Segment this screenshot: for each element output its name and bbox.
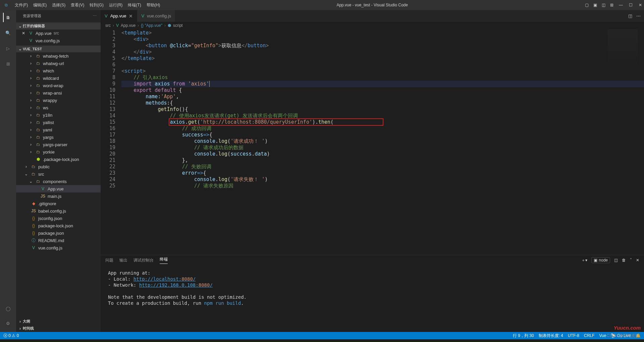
code-line[interactable]: <template> (121, 30, 644, 36)
panel-tab-output[interactable]: 输出 (119, 258, 127, 263)
tree-folder[interactable]: ›🗀wildcard (16, 74, 101, 82)
layout-grid-icon[interactable]: ⊞ (610, 3, 613, 7)
search-icon[interactable]: 🔍 (3, 28, 13, 38)
code-line[interactable]: </template> (121, 55, 644, 62)
code-editor[interactable]: 1234567891011121314151617181920212223242… (101, 29, 644, 255)
run-debug-icon[interactable]: ▷ (3, 44, 13, 53)
tree-folder[interactable]: ›🗀yaml (16, 126, 101, 133)
more-icon[interactable]: ⋯ (93, 14, 97, 18)
minimap[interactable] (608, 29, 638, 69)
tab-app-vue[interactable]: V App.vue ✕ (101, 10, 137, 22)
code-line[interactable]: error=>{ (121, 170, 644, 176)
menu-file[interactable]: 文件(F) (12, 2, 31, 8)
code-line[interactable]: // 成功回调 (121, 125, 644, 132)
code-line[interactable] (121, 62, 644, 68)
menu-view[interactable]: 查看(V) (68, 2, 87, 8)
status-indent[interactable]: 制表符长度: 4 (539, 333, 563, 339)
menu-go[interactable]: 转到(G) (87, 2, 106, 8)
code-line[interactable]: import axios from 'axios' (121, 81, 644, 87)
accounts-icon[interactable]: ◯ (3, 304, 13, 313)
tree-folder[interactable]: ›🗀whatwg-url (16, 60, 101, 67)
menu-edit[interactable]: 编辑(E) (31, 2, 49, 8)
menu-terminal[interactable]: 终端(T) (125, 2, 144, 8)
status-encoding[interactable]: UTF-8 (568, 333, 579, 338)
tree-file[interactable]: VApp.vue (16, 185, 101, 192)
open-editors-header[interactable]: ⌄ 打开的编辑器 (16, 22, 101, 30)
tree-file[interactable]: {}jsconfig.json (16, 215, 101, 222)
tree-folder[interactable]: ›🗀y18n (16, 111, 101, 119)
tree-folder[interactable]: ›🗀ws (16, 104, 101, 111)
panel-tab-problems[interactable]: 问题 (105, 258, 113, 263)
menu-selection[interactable]: 选择(S) (49, 2, 68, 8)
code-line[interactable]: // 请求失败原因 (121, 183, 644, 189)
new-terminal-icon[interactable]: ＋▾ (581, 258, 587, 263)
tree-file[interactable]: JSmain.js (16, 192, 101, 200)
tree-folder[interactable]: ›🗀yorkie (16, 148, 101, 156)
code-line[interactable]: console.log('请求成功！ ') (121, 138, 644, 145)
maximize-panel-icon[interactable]: ˄ (630, 258, 632, 263)
open-editor-item[interactable]: ✕VApp.vue src (16, 30, 101, 37)
panel-bottom-icon[interactable]: ▣ (593, 3, 597, 7)
panel-right-icon[interactable]: ◫ (602, 3, 605, 7)
code-line[interactable]: export default { (121, 87, 644, 94)
minimize-button[interactable]: — (619, 3, 623, 7)
more-icon[interactable]: ⋯ (636, 13, 641, 18)
breadcrumbs[interactable]: src› VApp.vue› {} "App.vue"› ⬢script (101, 22, 644, 29)
tree-file[interactable]: ⓘREADME.md (16, 237, 101, 244)
tree-folder[interactable]: ⌄🗀components (16, 178, 101, 185)
outline-header[interactable]: ›大纲 (16, 318, 101, 325)
project-header[interactable]: ⌄ VUE_TEST (16, 46, 101, 52)
status-eol[interactable]: CRLF (584, 333, 594, 338)
tree-folder[interactable]: ›🗀word-wrap (16, 82, 101, 89)
tree-file[interactable]: ⬢.package-lock.json (16, 156, 101, 163)
split-terminal-icon[interactable]: ◫ (614, 258, 618, 263)
code-line[interactable]: // 请求成功后的数据 (121, 145, 644, 151)
code-line[interactable]: <div> (121, 36, 644, 43)
code-line[interactable]: // 引入axios (121, 74, 644, 81)
tree-file[interactable]: {}package-lock.json (16, 222, 101, 229)
code-line[interactable]: name:'App', (121, 94, 644, 100)
tree-folder[interactable]: ›🗀yallist (16, 119, 101, 126)
close-button[interactable]: ✕ (639, 3, 642, 7)
status-language[interactable]: Vue (599, 333, 606, 338)
code-line[interactable]: <button @click="getInfo">获取信息</button> (121, 43, 644, 49)
status-errors[interactable]: ⓧ 0 ⚠ 0 (3, 333, 19, 339)
extensions-icon[interactable]: ⊞ (3, 59, 13, 68)
open-editor-item[interactable]: Vvue.config.js (16, 37, 101, 44)
tree-folder[interactable]: ›🗀whatwg-fetch (16, 52, 101, 60)
code-line[interactable]: console.log('请求失败！ ') (121, 176, 644, 183)
kill-terminal-icon[interactable]: 🗑 (622, 258, 626, 263)
panel-tab-debug[interactable]: 调试控制台 (133, 258, 154, 263)
menu-run[interactable]: 运行(R) (106, 2, 125, 8)
menu-help[interactable]: 帮助(H) (144, 2, 163, 8)
code-line[interactable]: success=>{ (121, 132, 644, 138)
settings-icon[interactable]: ⚙ (3, 319, 13, 328)
code-line[interactable]: }, (121, 157, 644, 164)
terminal-output[interactable]: App running at: - Local: http://localhos… (101, 265, 644, 332)
tab-vue-config[interactable]: V vue.config.js (137, 10, 175, 22)
maximize-button[interactable]: ☐ (629, 3, 633, 7)
code-line[interactable]: getInfo(){ (121, 106, 644, 113)
tree-folder[interactable]: ›🗀yargs (16, 133, 101, 141)
status-bell-icon[interactable]: 🔔 (636, 333, 641, 338)
tree-folder[interactable]: ⌄🗀src (16, 170, 101, 178)
terminal-select[interactable]: ▣node (591, 257, 610, 263)
tree-file[interactable]: Vvue.config.js (16, 244, 101, 251)
code-line[interactable]: // 失败回调 (121, 164, 644, 170)
tree-folder[interactable]: ›🗀wrap-ansi (16, 89, 101, 97)
tree-folder[interactable]: ›🗀which (16, 67, 101, 74)
status-cursor[interactable]: 行 9，列 30 (513, 333, 534, 339)
code-line[interactable]: <script> (121, 68, 644, 74)
panel-left-icon[interactable]: ▢ (585, 3, 589, 7)
tree-folder[interactable]: ›🗀yargs-parser (16, 141, 101, 148)
tree-folder[interactable]: ›🗀wrappy (16, 97, 101, 104)
tree-file[interactable]: ◆.gitignore (16, 200, 101, 207)
code-line[interactable]: methods:{ (121, 100, 644, 106)
close-icon[interactable]: ✕ (129, 13, 133, 19)
panel-tab-terminal[interactable]: 终端 (160, 256, 168, 264)
tree-file[interactable]: JSbabel.config.js (16, 207, 101, 215)
tree-file[interactable]: {}package.json (16, 229, 101, 237)
code-line[interactable]: console.log(success.data) (121, 151, 644, 157)
split-editor-icon[interactable]: ◫ (628, 13, 632, 18)
timeline-header[interactable]: ›时间线 (16, 325, 101, 332)
